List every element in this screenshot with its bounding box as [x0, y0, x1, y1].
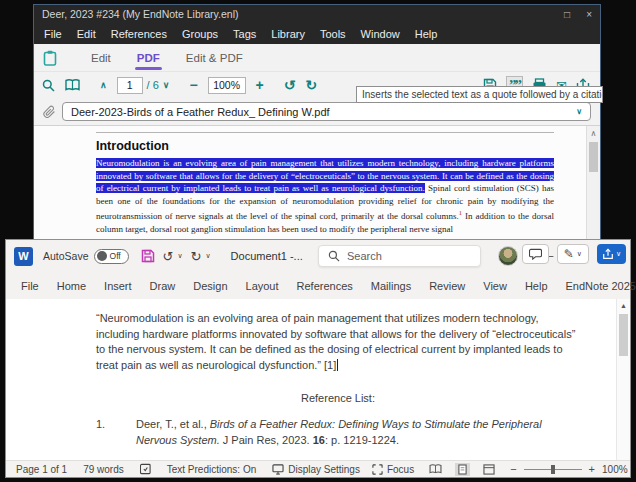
- chevron-down-icon: ∨: [577, 250, 582, 258]
- endnote-menu-file[interactable]: File: [44, 28, 62, 40]
- endnote-menubar: FileEditReferencesGroupsTagsLibraryTools…: [34, 23, 600, 44]
- endnote-menu-tools[interactable]: Tools: [320, 28, 346, 40]
- comments-button[interactable]: [522, 244, 549, 264]
- word-count[interactable]: 79 words: [83, 464, 124, 475]
- search-placeholder: Search: [347, 250, 382, 262]
- search-box[interactable]: Search: [318, 245, 481, 267]
- redo-icon[interactable]: ↻: [191, 250, 202, 263]
- document-scrollbar-thumb[interactable]: [619, 314, 628, 356]
- text-cursor: [337, 359, 338, 371]
- document-quote-paragraph[interactable]: “Neuromodulation is an evolving area of …: [96, 311, 580, 373]
- reference-text: Deer, T., et al., Birds of a Feather Red…: [136, 417, 568, 448]
- ribbon-tab-draw[interactable]: Draw: [141, 280, 185, 292]
- print-layout-button[interactable]: [455, 463, 470, 476]
- ribbon-tab-file[interactable]: File: [12, 280, 48, 292]
- ribbon-tab-references[interactable]: References: [288, 280, 362, 292]
- chevron-down-icon: ∨: [616, 250, 621, 258]
- zoom-controls: − + 100%: [510, 463, 627, 475]
- thumbnail-panel-icon[interactable]: [65, 79, 80, 91]
- focus-label: Focus: [387, 464, 414, 475]
- endnote-menu-groups[interactable]: Groups: [182, 28, 218, 40]
- endnote-menu-window[interactable]: Window: [361, 28, 400, 40]
- endnote-menu-references[interactable]: References: [111, 28, 167, 40]
- autosave-toggle-knob: [97, 251, 107, 261]
- document-title[interactable]: Document1 -...: [231, 250, 303, 262]
- reference-item[interactable]: 1. Deer, T., et al., Birds of a Feather …: [96, 417, 574, 448]
- zoom-out-icon[interactable]: −: [189, 78, 197, 92]
- ribbon-tab-bar: FileHomeInsertDrawDesignLayoutReferences…: [6, 272, 630, 299]
- endnote-menu-edit[interactable]: Edit: [77, 28, 96, 40]
- scroll-up-icon[interactable]: ∧: [587, 126, 600, 138]
- pdf-page-content: Introduction Neuromodulation is an evolv…: [96, 139, 554, 236]
- ribbon-tab-layout[interactable]: Layout: [237, 280, 288, 292]
- endnote-menu-help[interactable]: Help: [415, 28, 438, 40]
- ribbon-tab-home[interactable]: Home: [48, 280, 95, 292]
- scroll-up-icon[interactable]: ▲: [617, 299, 630, 309]
- zoom-slider[interactable]: [524, 464, 582, 474]
- endnote-tab-edit[interactable]: Edit: [91, 44, 111, 71]
- attached-pdf-selector[interactable]: Deer-2023-Birds of a Feather Redux_ Defi…: [62, 102, 591, 121]
- focus-button[interactable]: Focus: [372, 464, 414, 475]
- read-mode-button[interactable]: [426, 463, 445, 475]
- rotate-right-icon[interactable]: ↻: [306, 78, 318, 92]
- endnote-menu-library[interactable]: Library: [271, 28, 305, 40]
- share-button[interactable]: ∨: [597, 244, 626, 264]
- pdf-paragraph[interactable]: Neuromodulation is an evolving area of p…: [96, 157, 554, 236]
- pdf-scrollbar-thumb[interactable]: [589, 142, 598, 172]
- display-settings-label: Display Settings: [288, 464, 360, 475]
- user-avatar[interactable]: [498, 246, 518, 266]
- zoom-out-button[interactable]: −: [510, 463, 516, 475]
- word-document-area[interactable]: “Neuromodulation is an evolving area of …: [6, 299, 630, 460]
- endnote-menu-tags[interactable]: Tags: [233, 28, 256, 40]
- paperclip-icon: [43, 105, 56, 118]
- endnote-tabs: EditPDFEdit & PDF: [91, 44, 243, 71]
- previous-page-icon[interactable]: ∧: [100, 81, 107, 90]
- document-scrollbar[interactable]: ▲: [616, 299, 630, 460]
- undo-dropdown-icon[interactable]: ∨: [177, 252, 182, 260]
- ribbon-tab-endnote-2025[interactable]: EndNote 2025: [557, 280, 636, 292]
- zoom-in-button[interactable]: +: [589, 463, 595, 475]
- text-predictions-status[interactable]: Text Predictions: On: [167, 464, 256, 475]
- zoom-level-input[interactable]: 100%: [208, 77, 246, 94]
- ribbon-tab-view[interactable]: View: [474, 280, 516, 292]
- ribbon-tab-help[interactable]: Help: [516, 280, 557, 292]
- ribbon-tab-review[interactable]: Review: [420, 280, 474, 292]
- page-total-label: / 6: [147, 79, 159, 91]
- endnote-window: Deer, 2023 #234 (My EndNote Library.enl)…: [33, 4, 601, 244]
- ribbon-tab-design[interactable]: Design: [184, 280, 236, 292]
- endnote-close-button[interactable]: ×: [586, 9, 592, 20]
- ribbon-right-controls: ✎ ∨ ∨: [522, 243, 630, 264]
- desktop-background: Deer, 2023 #234 (My EndNote Library.enl)…: [0, 0, 636, 482]
- endnote-tab-edit-pdf[interactable]: Edit & PDF: [186, 44, 243, 71]
- zoom-percentage[interactable]: 100%: [602, 464, 628, 475]
- editing-mode-button[interactable]: ✎ ∨: [557, 244, 589, 264]
- endnote-tab-row: EditPDFEdit & PDF: [34, 44, 600, 72]
- proofing-icon[interactable]: [140, 463, 151, 475]
- clipboard-icon: [43, 50, 57, 66]
- pdf-scrollbar[interactable]: ∧: [586, 126, 600, 244]
- endnote-maximize-button[interactable]: □: [564, 9, 570, 20]
- ribbon-tab-mailings[interactable]: Mailings: [362, 280, 420, 292]
- autosave-toggle[interactable]: Off: [94, 249, 129, 264]
- reference-list-heading[interactable]: Reference List:: [96, 392, 580, 404]
- display-settings-button[interactable]: Display Settings: [272, 464, 360, 475]
- page-number-input[interactable]: 1: [117, 77, 143, 94]
- web-layout-button[interactable]: [480, 463, 498, 476]
- page-indicator[interactable]: Page 1 of 1: [16, 464, 67, 475]
- insert-quote-tooltip: Inserts the selected text as a quote fol…: [356, 86, 603, 103]
- save-icon[interactable]: [141, 249, 155, 263]
- view-switcher: [426, 463, 498, 476]
- zoom-in-icon[interactable]: +: [256, 78, 264, 92]
- chevron-down-icon[interactable]: ∨: [576, 107, 582, 116]
- next-page-icon[interactable]: ∨: [163, 81, 170, 90]
- endnote-tab-pdf[interactable]: PDF: [137, 44, 160, 71]
- pdf-viewer[interactable]: Introduction Neuromodulation is an evolv…: [34, 125, 600, 244]
- qat-overflow-icon[interactable]: ∨: [205, 252, 210, 260]
- ribbon-tab-insert[interactable]: Insert: [95, 280, 141, 292]
- zoom-slider-handle[interactable]: [551, 465, 555, 474]
- pdf-section-heading: Introduction: [96, 139, 554, 153]
- reference-volume: 16: [313, 434, 325, 446]
- search-icon[interactable]: [42, 79, 55, 92]
- undo-icon[interactable]: ↺: [163, 250, 174, 263]
- rotate-left-icon[interactable]: ↺: [284, 78, 296, 92]
